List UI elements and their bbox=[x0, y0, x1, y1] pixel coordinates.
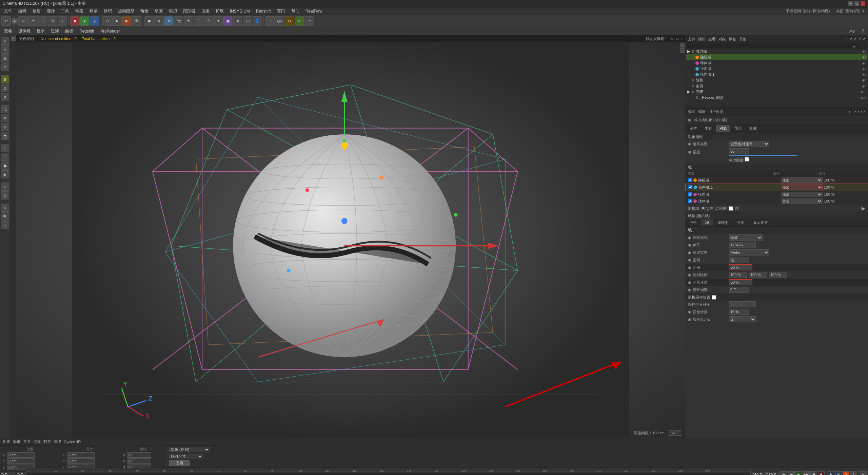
om-tab-view[interactable]: 查看 bbox=[708, 37, 716, 42]
domain-footer-arrow[interactable]: ▶ bbox=[862, 206, 865, 211]
toolbar-redo[interactable]: ● bbox=[11, 18, 18, 24]
size-y-input[interactable] bbox=[67, 458, 95, 464]
domain-check-sphere[interactable] bbox=[688, 199, 692, 203]
menu-spline[interactable]: 样条 bbox=[87, 7, 100, 15]
left-p[interactable]: ⊘ bbox=[1, 84, 9, 92]
toolbar-deformer[interactable]: ⧩ bbox=[213, 16, 223, 26]
toolbar-snap[interactable]: QR bbox=[275, 16, 284, 26]
bt-create[interactable]: 创建 bbox=[3, 439, 10, 444]
sub-tab-remap[interactable]: 重映射 bbox=[713, 219, 733, 226]
left-magnet[interactable]: ⊕ bbox=[1, 204, 9, 212]
toolbar-x-axis[interactable]: X bbox=[70, 16, 80, 26]
pos-x-input[interactable] bbox=[7, 452, 35, 458]
object-attrs-header[interactable]: 对象属性 bbox=[685, 133, 868, 140]
domain-row-sphere[interactable]: 球体域 普通 100 % bbox=[685, 198, 868, 205]
toolbar-scale[interactable]: ⊞ bbox=[38, 16, 47, 26]
pt-controls[interactable]: ↗↗↗↗ bbox=[853, 110, 865, 114]
play-back2[interactable]: ⏭ bbox=[788, 471, 795, 475]
menu-character[interactable]: 角色 bbox=[138, 7, 151, 15]
bt-select[interactable]: 选择 bbox=[33, 439, 41, 444]
object-item-random2[interactable]: ⊗ 随机 ◈: bbox=[686, 77, 867, 83]
scene-viewport[interactable]: Z Y X bbox=[16, 35, 685, 438]
current-frame-input[interactable] bbox=[1, 472, 15, 475]
domain-header[interactable]: 域 bbox=[685, 164, 868, 171]
sub-tab-mix[interactable]: 混合 bbox=[685, 219, 701, 226]
toolbar-mograph2[interactable]: ▣ bbox=[223, 16, 233, 26]
object-item-backup[interactable]: ⊗ 备份 ◈: bbox=[686, 83, 867, 89]
close-button[interactable]: × bbox=[861, 1, 865, 6]
anim-speed-input[interactable] bbox=[729, 279, 752, 285]
sec-camera[interactable]: 摄像机 bbox=[16, 27, 33, 35]
menu-help[interactable]: 帮助 bbox=[289, 7, 302, 15]
left-s[interactable]: S bbox=[1, 75, 9, 83]
speed-type-value[interactable]: 设置色对速率 bbox=[729, 141, 865, 147]
record-all[interactable]: A bbox=[850, 471, 857, 475]
rel-scale-x[interactable] bbox=[729, 272, 747, 278]
minimize-button[interactable]: ─ bbox=[848, 1, 853, 6]
toolbar-y-axis[interactable]: Y bbox=[80, 16, 90, 26]
pt-up[interactable]: ↑ bbox=[849, 110, 851, 114]
sec-panel[interactable]: 面板 bbox=[62, 27, 76, 35]
left-dot1[interactable]: ⊙ bbox=[1, 183, 9, 191]
tab-falloff[interactable]: 衰减 bbox=[746, 125, 760, 132]
apply-button[interactable]: 应用 bbox=[169, 460, 190, 466]
toolbar-material[interactable]: ◈ bbox=[233, 16, 242, 26]
object-item-random[interactable]: 随机域 ◈: bbox=[686, 54, 867, 60]
scale-input[interactable] bbox=[729, 264, 752, 270]
menu-volume[interactable]: 体积 bbox=[101, 7, 115, 15]
toolbar-tag[interactable]: 🏷 bbox=[243, 16, 252, 26]
sample-checkbox[interactable] bbox=[712, 295, 716, 300]
random-mode-select[interactable]: 噪波 bbox=[729, 234, 763, 241]
sec-display[interactable]: 显示 bbox=[34, 27, 47, 35]
noise-type-select[interactable]: Perlin bbox=[729, 249, 769, 255]
rot-p-input[interactable] bbox=[127, 458, 151, 464]
left-scale[interactable]: ⊞ bbox=[1, 54, 9, 62]
viewport-ctrl3[interactable]: + bbox=[680, 37, 682, 41]
play-back[interactable]: ⏮ bbox=[781, 471, 787, 475]
menu-file[interactable]: 文件 bbox=[1, 7, 15, 15]
toolbar-spline2[interactable]: ⌒ bbox=[194, 16, 203, 26]
menu-select[interactable]: 选择 bbox=[44, 7, 58, 15]
toolbar-rotate[interactable]: ↺ bbox=[48, 16, 57, 26]
coord-mode-select[interactable]: 对象 (相对) bbox=[169, 447, 210, 452]
toolbar-render-full[interactable]: ▶ bbox=[122, 16, 132, 26]
sec-view[interactable]: 查看 bbox=[1, 27, 15, 35]
timeline-menu[interactable]: ≡ bbox=[860, 471, 867, 475]
toolbar-grid[interactable]: ⊞ bbox=[265, 16, 275, 26]
tab-display[interactable]: 显示 bbox=[731, 125, 745, 132]
menu-create[interactable]: 创建 bbox=[30, 7, 43, 15]
om-right4[interactable]: ↗ bbox=[862, 37, 865, 41]
tab-coord[interactable]: 坐标 bbox=[702, 125, 715, 132]
om-tab-bookmark[interactable]: 书签 bbox=[739, 37, 746, 42]
menu-animate[interactable]: 动画 bbox=[152, 7, 165, 15]
pos-y-input[interactable] bbox=[7, 458, 35, 464]
left-spline3[interactable]: ⌒ bbox=[1, 153, 9, 161]
domain-mix-radial[interactable]: 添加 bbox=[781, 192, 823, 197]
viewport-ctrl1[interactable]: ↗↙ bbox=[669, 37, 675, 41]
object-item-retopo[interactable]: ⊗ _Retopo_圆盘 ◈:·: bbox=[686, 95, 867, 100]
left-field[interactable]: ◉ bbox=[1, 170, 9, 178]
viewport-ctrl2[interactable]: ⊡ bbox=[676, 37, 679, 41]
menu-edit[interactable]: 编辑 bbox=[16, 7, 29, 15]
tab-object[interactable]: 对象 bbox=[716, 125, 730, 132]
expand-force[interactable]: ▶ bbox=[687, 49, 691, 54]
om-right1[interactable]: ↗ bbox=[849, 37, 852, 41]
menu-tracker[interactable]: 跟踪器 bbox=[180, 7, 198, 15]
vp-rt-btn2[interactable]: – bbox=[680, 48, 685, 53]
cycle-input[interactable] bbox=[729, 287, 749, 293]
toolbar-character2[interactable]: 👤 bbox=[253, 16, 262, 26]
toolbar-generator[interactable]: ⬡ bbox=[203, 16, 213, 26]
sec-prorender[interactable]: ProRender bbox=[98, 28, 123, 34]
play-forward2[interactable]: ▶▶ bbox=[803, 471, 810, 475]
left-paint[interactable]: ⌥ bbox=[1, 105, 9, 113]
pt-edit[interactable]: 编辑 bbox=[698, 109, 706, 114]
strength-input[interactable] bbox=[729, 148, 749, 154]
toolbar-move[interactable]: ✛ bbox=[28, 16, 38, 26]
bt-view[interactable]: 查看 bbox=[23, 439, 31, 444]
menu-realflow[interactable]: RealFlow bbox=[303, 8, 325, 14]
left-mograph3[interactable]: ▣ bbox=[1, 162, 9, 170]
maximize-button[interactable]: □ bbox=[854, 1, 859, 6]
domain-mix-sphere[interactable]: 普通 bbox=[781, 198, 823, 204]
om-right3[interactable]: ↗ bbox=[858, 37, 861, 41]
domain-mix-random[interactable]: 添加 bbox=[781, 177, 823, 183]
